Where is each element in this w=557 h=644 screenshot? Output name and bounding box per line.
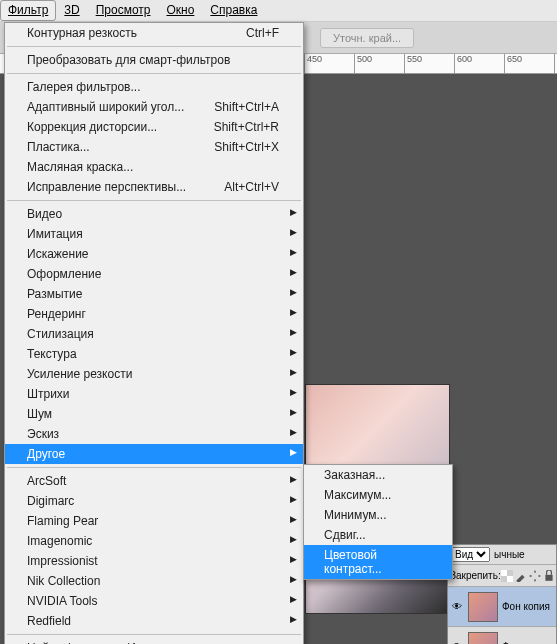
menu-window[interactable]: Окно [158,0,202,21]
lock-move-icon[interactable] [529,570,541,582]
menu-item[interactable]: Эскиз▶ [5,424,303,444]
menu-item[interactable]: Redfield▶ [5,611,303,631]
svg-rect-3 [545,574,552,580]
submenu-arrow-icon: ▶ [290,594,297,604]
layers-lock-row: Закрепить: [448,565,556,587]
visibility-icon[interactable]: 👁 [450,601,464,612]
submenu-arrow-icon: ▶ [290,574,297,584]
blend-mode-select[interactable]: Вид [450,547,490,562]
menu-item[interactable]: Преобразовать для смарт-фильтров [5,50,303,70]
menu-item[interactable]: ArcSoft▶ [5,471,303,491]
menu-item[interactable]: Штрихи▶ [5,384,303,404]
lock-label: Закрепить: [450,570,501,581]
menu-item[interactable]: Найти фильтры в Интернете... [5,638,303,644]
menu-separator [7,634,301,635]
refine-edge-button[interactable]: Уточн. край... [320,28,414,48]
ruler-tick: 650 [505,54,555,73]
layers-panel: Вид ычные Закрепить: 👁 Фон копия 👁 Фон [447,544,557,644]
layers-tab-extra: ычные [494,549,525,560]
submenu-arrow-icon: ▶ [290,534,297,544]
submenu-arrow-icon: ▶ [290,407,297,417]
submenu-item[interactable]: Сдвиг... [304,525,452,545]
submenu-arrow-icon: ▶ [290,427,297,437]
menu-item[interactable]: Адаптивный широкий угол...Shift+Ctrl+A [5,97,303,117]
lock-icons[interactable] [501,570,555,582]
submenu-item[interactable]: Заказная... [304,465,452,485]
submenu-arrow-icon: ▶ [290,287,297,297]
submenu-arrow-icon: ▶ [290,614,297,624]
submenu-arrow-icon: ▶ [290,387,297,397]
menu-3d[interactable]: 3D [56,0,87,21]
menu-item[interactable]: Исправление перспективы...Alt+Ctrl+V [5,177,303,197]
filter-menu-dropdown: Контурная резкостьCtrl+FПреобразовать дл… [4,22,304,644]
submenu-arrow-icon: ▶ [290,514,297,524]
menu-item[interactable]: Другое▶ [5,444,303,464]
menu-item[interactable]: Impressionist▶ [5,551,303,571]
menu-item[interactable]: Коррекция дисторсии...Shift+Ctrl+R [5,117,303,137]
submenu-item[interactable]: Минимум... [304,505,452,525]
menu-item[interactable]: Контурная резкостьCtrl+F [5,23,303,43]
menu-item[interactable]: Рендеринг▶ [5,304,303,324]
menu-item[interactable]: Nik Collection▶ [5,571,303,591]
menu-item[interactable]: Искажение▶ [5,244,303,264]
menu-item[interactable]: Усиление резкости▶ [5,364,303,384]
menu-separator [7,73,301,74]
menu-item[interactable]: Imagenomic▶ [5,531,303,551]
menu-item[interactable]: Размытие▶ [5,284,303,304]
menu-separator [7,467,301,468]
menu-item[interactable]: Текстура▶ [5,344,303,364]
submenu-arrow-icon: ▶ [290,227,297,237]
menu-item[interactable]: Шум▶ [5,404,303,424]
submenu-item[interactable]: Цветовой контраст... [304,545,452,579]
submenu-arrow-icon: ▶ [290,207,297,217]
filter-submenu: Заказная...Максимум...Минимум...Сдвиг...… [303,464,453,580]
submenu-arrow-icon: ▶ [290,367,297,377]
ruler-tick: 500 [355,54,405,73]
menu-item[interactable]: NVIDIA Tools▶ [5,591,303,611]
menu-separator [7,200,301,201]
menu-item[interactable]: Flaming Pear▶ [5,511,303,531]
menu-item[interactable]: Digimarc▶ [5,491,303,511]
svg-rect-1 [501,570,507,576]
submenu-arrow-icon: ▶ [290,267,297,277]
menu-item[interactable]: Галерея фильтров... [5,77,303,97]
submenu-arrow-icon: ▶ [290,447,297,457]
lock-brush-icon[interactable] [515,570,527,582]
menu-item[interactable]: Масляная краска... [5,157,303,177]
menu-help[interactable]: Справка [202,0,265,21]
svg-rect-2 [507,576,513,582]
layers-mode-row: Вид ычные [448,545,556,565]
submenu-arrow-icon: ▶ [290,494,297,504]
ruler-tick: 600 [455,54,505,73]
ruler-tick: 450 [305,54,355,73]
layer-thumb[interactable] [468,632,498,645]
lock-transparency-icon[interactable] [501,570,513,582]
layer-name[interactable]: Фон копия [502,601,550,612]
layer-thumb[interactable] [468,592,498,622]
submenu-arrow-icon: ▶ [290,474,297,484]
submenu-arrow-icon: ▶ [290,554,297,564]
menu-item[interactable]: Имитация▶ [5,224,303,244]
submenu-arrow-icon: ▶ [290,347,297,357]
layer-row[interactable]: 👁 Фон копия [448,587,556,627]
menu-bar: Фильтр 3D Просмотр Окно Справка [0,0,557,22]
submenu-item[interactable]: Максимум... [304,485,452,505]
menu-item[interactable]: Пластика...Shift+Ctrl+X [5,137,303,157]
menu-item[interactable]: Стилизация▶ [5,324,303,344]
menu-separator [7,46,301,47]
submenu-arrow-icon: ▶ [290,327,297,337]
submenu-arrow-icon: ▶ [290,247,297,257]
submenu-arrow-icon: ▶ [290,307,297,317]
menu-view[interactable]: Просмотр [88,0,159,21]
ruler-tick: 550 [405,54,455,73]
menu-item[interactable]: Оформление▶ [5,264,303,284]
lock-all-icon[interactable] [543,570,555,582]
layer-row[interactable]: 👁 Фон [448,627,556,644]
menu-filter[interactable]: Фильтр [0,0,56,21]
menu-item[interactable]: Видео▶ [5,204,303,224]
